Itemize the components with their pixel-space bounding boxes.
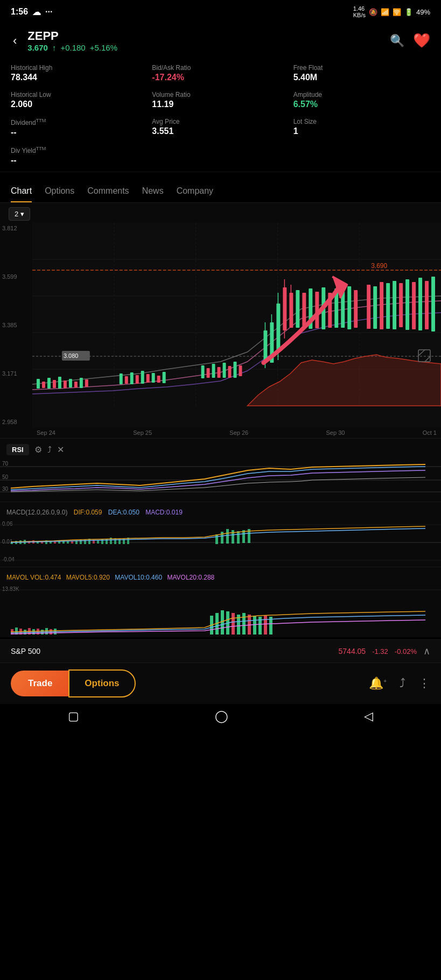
svg-rect-37 [223,363,226,378]
tab-news[interactable]: News [142,181,164,202]
svg-rect-149 [242,613,246,634]
svg-rect-68 [393,281,396,329]
chart-date-labels: Sep 24 Sep 25 Sep 26 Sep 30 Oct 1 [0,427,441,438]
svg-rect-31 [157,376,160,383]
svg-rect-22 [80,378,83,388]
more-options-icon[interactable]: ⋮ [418,676,430,690]
tab-company[interactable]: Company [177,181,213,202]
ticker-price-row: 3.670 ↑ +0.180 +5.16% [27,43,381,52]
svg-rect-111 [84,539,86,544]
wifi-icon: 🛜 [393,8,401,16]
rsi-close-icon[interactable]: ✕ [57,445,64,455]
stat-value-div-yield: -- [11,156,148,165]
tab-comments[interactable]: Comments [87,181,129,202]
chart-drawing-area: 3.690 [32,223,441,427]
stat-label-avg-price: Avg Price [152,118,289,125]
price-change-pct: +5.16% [90,43,117,52]
svg-rect-20 [69,379,72,387]
trade-button[interactable]: Trade [11,671,69,696]
stat-label-volume-ratio: Volume Ratio [152,91,289,98]
svg-rect-55 [302,293,306,326]
stock-header: ‹ ZEPP 3.670 ↑ +0.180 +5.16% 🔍 ❤️ [0,24,441,58]
rsi-header: RSI ⚙ ⤴ ✕ [0,442,441,459]
svg-rect-74 [431,277,435,332]
svg-rect-24 [120,373,123,384]
stat-value-volume-ratio: 11.19 [152,100,289,109]
time: 1:56 [11,7,28,17]
recents-button[interactable]: ◁ [364,709,373,723]
ticker-symbol: ZEPP [27,29,381,43]
svg-rect-40 [239,365,242,376]
stat-label-free-float: Free Float [293,64,430,72]
rsi-settings-icon[interactable]: ⚙ [34,445,42,455]
svg-rect-72 [418,278,422,330]
price-arrow-icon: ↑ [52,43,57,52]
svg-rect-120 [123,538,125,544]
stat-label-dividend: DividendTTM [11,118,148,126]
ticker-info: ZEPP 3.670 ↑ +0.180 +5.16% [27,29,381,52]
stat-lot-size: Lot Size 1 [293,118,430,137]
stat-value-amplitude: 6.57% [293,100,430,109]
svg-rect-19 [64,380,67,388]
svg-rect-46 [276,304,280,352]
back-system-button[interactable]: ◯ [215,709,228,723]
back-button[interactable]: ‹ [11,32,19,50]
rsi-export-icon[interactable]: ⤴ [47,445,52,455]
svg-rect-116 [106,539,108,544]
svg-rect-34 [207,368,210,378]
y-label-3: 3.385 [2,322,30,328]
svg-rect-122 [215,534,218,544]
tab-options[interactable]: Options [45,181,74,202]
main-chart[interactable]: 3.812 3.599 3.385 3.171 2.958 [0,223,441,427]
macd-chart: 0.06 0.01 -0.04 [0,518,441,567]
favorite-icon[interactable]: ❤️ [413,32,430,49]
stat-label-bid-ask: Bid/Ask Ratio [152,64,289,72]
svg-rect-15 [42,382,45,388]
rsi-label: RSI [6,444,29,455]
svg-rect-107 [67,541,69,544]
svg-text:70: 70 [2,461,9,467]
alert-add-icon[interactable]: 🔔+ [369,676,387,690]
home-button[interactable]: ▢ [68,709,79,723]
svg-text:30: 30 [2,486,9,492]
svg-rect-49 [283,287,286,330]
options-button[interactable]: Options [68,669,135,697]
svg-text:13.83K: 13.83K [2,586,19,592]
mavol-10-value: MAVOL10:0.460 [115,574,162,581]
stat-dividend: DividendTTM -- [11,118,148,137]
svg-rect-63 [354,290,358,328]
svg-rect-67 [386,283,390,329]
header-icons: 🔍 ❤️ [390,32,430,49]
stat-value-dividend: -- [11,128,148,137]
expand-icon[interactable]: ∧ [423,645,430,657]
stat-label-amplitude: Amplitude [293,91,430,98]
stat-value-free-float: 5.40M [293,73,430,82]
mavol-5-value: MAVOL5:0.920 [66,574,110,581]
svg-rect-18 [58,377,61,389]
tab-chart[interactable]: Chart [11,181,32,202]
search-icon[interactable]: 🔍 [390,34,404,48]
data-speed: 1.46KB/s [353,5,366,18]
svg-rect-62 [347,286,351,329]
svg-rect-151 [253,616,256,634]
svg-rect-28 [141,371,144,384]
bottom-ticker-bar[interactable]: S&P 500 5744.05 -1.32 -0.02% ∧ [0,639,441,662]
price-change: +0.180 [60,43,85,52]
sp500-label: S&P 500 [11,647,40,655]
stat-value-lot-size: 1 [293,126,430,136]
svg-rect-39 [234,362,237,378]
stats-section: Historical High 78.344 Bid/Ask Ratio -17… [0,58,441,172]
rsi-panel: RSI ⚙ ⤴ ✕ 70 50 30 [0,438,441,502]
stat-label-lot-size: Lot Size [293,118,430,125]
stat-bid-ask: Bid/Ask Ratio -17.24% [152,64,289,82]
svg-rect-35 [212,364,215,378]
svg-rect-114 [97,540,99,544]
status-right: 1.46KB/s 🔕 📶 🛜 🔋 49% [353,5,430,18]
svg-text:3.690: 3.690 [371,262,387,270]
signal-bars-icon: 📶 [381,8,389,16]
share-icon[interactable]: ⤴ [400,676,405,690]
current-price: 3.670 [27,43,48,52]
bottom-nav: Trade Options 🔔+ ⤴ ⋮ [0,662,441,704]
chart-period-button[interactable]: 2 ▾ [9,207,30,221]
status-time: 1:56 ☁ ··· [11,7,52,17]
